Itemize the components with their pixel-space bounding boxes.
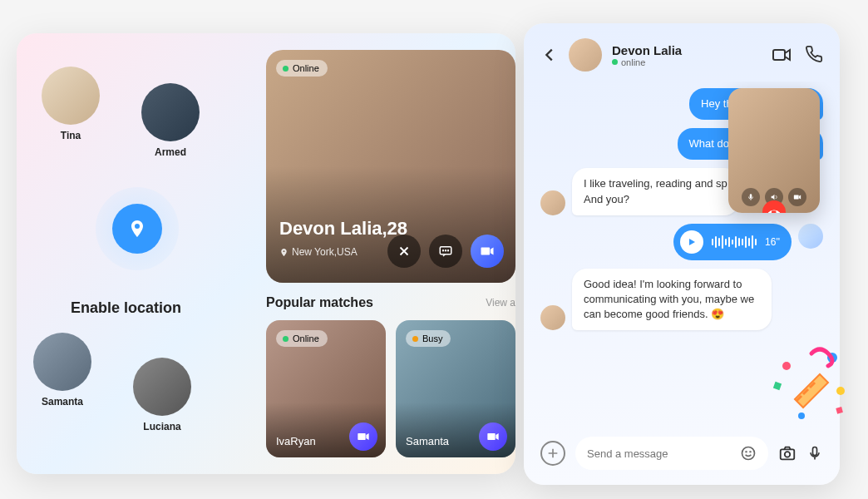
plus-icon <box>546 447 560 460</box>
enable-location-label: Enable location <box>71 299 181 317</box>
camera-button[interactable] <box>778 444 796 462</box>
online-dot-icon <box>612 59 618 65</box>
online-status-pill: Online <box>276 60 328 77</box>
status-text: Online <box>293 333 319 343</box>
pip-mute-button[interactable] <box>742 188 760 206</box>
popular-header: Popular matches View a <box>266 295 515 310</box>
svg-point-7 <box>746 452 747 452</box>
pin-icon <box>279 248 289 257</box>
popular-name: Samanta <box>406 435 449 447</box>
message-input[interactable] <box>587 447 740 460</box>
close-icon <box>397 244 412 259</box>
discover-panel: Tina Armed Samanta Luciana Enable locati… <box>17 33 515 474</box>
location-pin-icon <box>127 219 147 239</box>
mic-button[interactable] <box>806 445 823 462</box>
nearby-user-tina[interactable]: Tina <box>42 67 100 141</box>
chat-title-block: Devon Lalia online <box>612 43 762 67</box>
status-pill: Busy <box>406 330 451 347</box>
video-call-button[interactable] <box>349 422 377 451</box>
nearby-user-armed[interactable]: Armed <box>141 83 200 158</box>
attach-button[interactable] <box>540 441 565 466</box>
user-name-label: Samanta <box>33 396 91 408</box>
phone-icon <box>805 45 823 63</box>
popular-card-ivaryan[interactable]: Online IvaRyan <box>266 320 386 457</box>
view-all-link[interactable]: View a <box>486 297 515 309</box>
message-avatar <box>540 190 565 215</box>
message-avatar <box>798 224 823 249</box>
avatar <box>133 358 191 416</box>
status-text: Busy <box>422 333 442 343</box>
video-pip-overlay[interactable] <box>728 88 820 213</box>
mic-icon <box>806 445 823 462</box>
chat-header-actions <box>772 45 823 65</box>
message-input-container <box>575 437 768 470</box>
smile-icon <box>740 445 757 462</box>
avatar <box>42 67 100 125</box>
message-avatar <box>540 305 565 330</box>
nearby-user-samanta[interactable]: Samanta <box>33 333 91 408</box>
featured-location: New York,USA <box>279 246 358 258</box>
enable-location-button[interactable] <box>96 187 179 270</box>
avatar <box>33 333 91 391</box>
svg-rect-11 <box>813 447 817 456</box>
avatar <box>141 83 200 141</box>
svg-rect-5 <box>750 194 752 198</box>
chat-panel: Devon Lalia online Hey there! Nice to me… <box>524 23 840 485</box>
message-button[interactable] <box>429 235 462 268</box>
status-text: Online <box>293 63 319 73</box>
video-icon <box>486 430 500 443</box>
chat-input-bar <box>524 425 840 485</box>
chat-contact-name: Devon Lalia <box>612 43 762 57</box>
video-call-button[interactable] <box>772 45 792 65</box>
chat-header: Devon Lalia online <box>524 23 840 82</box>
message-row-voice: 16'' <box>540 224 823 260</box>
back-button[interactable] <box>540 46 559 64</box>
svg-point-3 <box>448 250 449 251</box>
emoji-button[interactable] <box>740 445 757 462</box>
video-call-button[interactable] <box>479 422 507 451</box>
chat-avatar[interactable] <box>569 38 602 72</box>
online-dot-icon <box>283 66 289 72</box>
user-name-label: Tina <box>42 130 100 141</box>
play-button[interactable] <box>680 230 703 254</box>
popular-card-samanta[interactable]: Busy Samanta <box>396 320 515 457</box>
online-dot-icon <box>283 336 289 342</box>
message-row-incoming: Good idea! I'm looking forward to commun… <box>540 269 823 331</box>
video-icon <box>480 244 495 259</box>
svg-point-10 <box>785 452 790 457</box>
svg-rect-9 <box>781 449 795 459</box>
chevron-left-icon <box>540 46 559 64</box>
chat-contact-status: online <box>612 57 762 67</box>
camera-icon <box>778 444 796 462</box>
pip-camera-button[interactable] <box>788 188 806 206</box>
voice-duration: 16'' <box>765 236 780 248</box>
popular-grid: Online IvaRyan Busy Samanta <box>266 320 515 457</box>
popular-name: IvaRyan <box>276 435 316 447</box>
nearby-user-luciana[interactable]: Luciana <box>133 358 191 432</box>
play-icon <box>687 237 697 247</box>
video-icon <box>357 430 370 443</box>
svg-point-2 <box>446 250 446 251</box>
chat-body: Hey there! Nice to mee What do you usual… <box>524 82 840 425</box>
mic-icon <box>747 193 755 201</box>
featured-actions <box>387 235 504 268</box>
video-icon <box>772 45 792 65</box>
busy-dot-icon <box>412 336 418 342</box>
svg-rect-4 <box>773 50 785 60</box>
phone-hangup-icon <box>768 206 780 213</box>
svg-point-8 <box>750 452 751 452</box>
user-name-label: Luciana <box>133 421 191 432</box>
svg-point-1 <box>443 250 444 251</box>
voice-message-bubble[interactable]: 16'' <box>673 224 792 260</box>
featured-profile-card[interactable]: Online Devon Lalia,28 New York,USA <box>266 50 515 283</box>
message-bubble[interactable]: I like traveling, reading and sp And you… <box>572 168 739 215</box>
dismiss-button[interactable] <box>387 235 421 268</box>
chat-icon <box>438 244 453 259</box>
status-pill: Online <box>276 330 328 347</box>
video-call-button[interactable] <box>471 235 504 268</box>
popular-title: Popular matches <box>266 295 373 310</box>
message-bubble[interactable]: Good idea! I'm looking forward to commun… <box>572 269 772 331</box>
voice-call-button[interactable] <box>805 45 823 65</box>
svg-point-6 <box>742 447 755 460</box>
user-name-label: Armed <box>141 146 200 158</box>
